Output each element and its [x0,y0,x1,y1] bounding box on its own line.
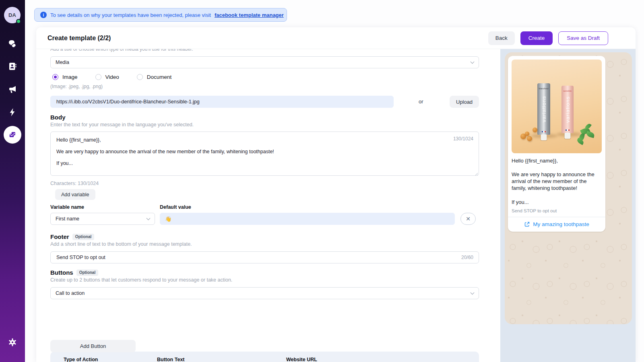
sidebar-item-contacts[interactable] [0,58,25,74]
avatar-initials: DA [8,12,16,18]
website-url-label: Website URL [286,357,317,362]
buttons-section-title: Buttons Optional [50,269,98,276]
whatsapp-chat-background: blancheur variations sensible variations [505,52,632,324]
sidebar-item-broadcast[interactable] [0,81,25,97]
add-variable-button[interactable]: Add variable [55,189,95,200]
buttons-optional-badge: Optional [76,269,99,276]
gear-icon [8,337,17,347]
variable-name-select[interactable]: First name [50,213,155,225]
button-text-label: Button Text [157,357,185,362]
page-title: Create template (2/2) [47,35,111,42]
radio-video-label: Video [105,74,119,80]
preview-ending: If you... [512,199,602,206]
template-form: Add a title or choose which type of medi… [50,49,479,362]
preview-body: We are very happy to announce the arriva… [512,171,602,191]
body-textarea[interactable]: Hello {{first_name}}, We are very happy … [50,132,479,176]
preview-footer: Send STOP to opt out [512,208,602,213]
upload-button[interactable]: Upload [450,96,479,108]
preview-cta-label: My amazing toothpaste [533,221,589,227]
sidebar: DA [0,0,25,362]
button-type-select[interactable]: Call to action [50,287,479,299]
save-as-draft-button[interactable]: Save as Draft [558,31,608,45]
footer-description: Add a short line of text to the bottom o… [50,241,192,247]
contact-book-icon [8,62,17,71]
online-status-dot [16,19,21,24]
brand-text-right: variations [561,86,574,133]
remove-variable-button[interactable]: ✕ [460,213,476,225]
candy [533,128,537,132]
footer-title-text: Footer [50,233,69,240]
avatar[interactable]: DA [4,7,21,23]
banner-text: To see details on why your templates hav… [50,12,211,18]
sidebar-item-automation[interactable] [0,104,25,120]
default-value-label: Default value [160,204,191,210]
candy [527,136,532,141]
or-label: or [419,99,423,105]
default-value-input[interactable] [160,213,455,225]
footer-input[interactable] [50,251,479,263]
lightning-icon [8,107,17,117]
chevron-down-icon [471,291,475,295]
footer-optional-badge: Optional [72,234,95,240]
sidebar-item-chats[interactable] [0,36,25,52]
preview-greeting: Hello {{first_name}}, [512,157,602,164]
footer-input-wrapper: 20/60 [50,251,479,263]
footer-section-title: Footer Optional [50,233,94,240]
radio-document-label: Document [147,74,172,80]
toothpaste-tube-pink: sensible variations [561,86,574,133]
facebook-template-manager-link[interactable]: facebook template manager [215,12,284,18]
characters-count: Characters: 130/1024 [50,181,99,186]
chevron-down-icon [471,60,475,64]
chevron-down-icon [147,216,151,220]
body-textarea-wrapper: Hello {{first_name}}, We are very happy … [50,132,479,177]
radio-image[interactable] [52,74,58,80]
radio-image-label: Image [62,74,78,80]
rejection-notice-banner: i To see details on why your templates h… [34,8,287,22]
create-button[interactable]: Create [520,31,553,45]
mint-leaf [586,131,595,138]
media-url-input[interactable] [50,96,394,108]
body-section-description: Enter the text for your message in the l… [50,122,194,128]
media-type-select[interactable]: Media [50,56,479,68]
variable-name-label: Variable name [50,204,84,210]
radio-document[interactable] [137,74,143,80]
radio-video[interactable] [95,74,101,80]
template-preview-column: blancheur variations sensible variations [500,49,636,362]
french-flag [542,131,546,132]
close-icon: ✕ [466,216,471,222]
back-button[interactable]: Back [488,31,515,45]
media-select-value: Media [56,60,69,65]
card-header: Create template (2/2) Back Create Save a… [36,27,636,49]
candy [525,132,529,136]
french-flag [566,130,570,131]
media-format-radios: Image Video Document [52,74,171,80]
preview-cta-button[interactable]: My amazing toothpaste [512,217,602,232]
brand-text-left: variations [537,83,550,135]
image-formats-note: (Image: .jpeg, .jpg, .png) [50,84,103,89]
tube-cap [565,133,571,139]
megaphone-icon [8,84,17,94]
add-button-button[interactable]: Add Button [50,340,136,352]
tube-cap [541,134,547,140]
call-to-action-panel: Type of Action Button Text Website URL V… [50,352,479,362]
external-link-icon [524,221,530,227]
body-section-title: Body [50,114,66,121]
info-icon: i [40,12,47,18]
type-of-action-label: Type of Action [64,357,98,362]
sidebar-item-templates-active[interactable] [4,126,21,144]
buttons-title-text: Buttons [50,269,73,276]
header-image-preview: blancheur variations sensible variations [512,60,602,153]
body-counter: 130/1024 [453,136,473,142]
buttons-description: Create up to 2 buttons that let customer… [50,277,232,283]
sidebar-item-settings[interactable] [0,334,25,350]
message-template-icon [8,130,17,139]
variable-name-value: First name [56,216,79,222]
chat-bubbles-icon [8,39,17,49]
message-preview-bubble: blancheur variations sensible variations [508,56,605,232]
button-type-value: Call to action [56,290,85,296]
create-template-card: Create template (2/2) Back Create Save a… [36,27,636,362]
toothpaste-tube-silver: blancheur variations [537,83,550,135]
footer-counter: 20/60 [461,255,473,260]
